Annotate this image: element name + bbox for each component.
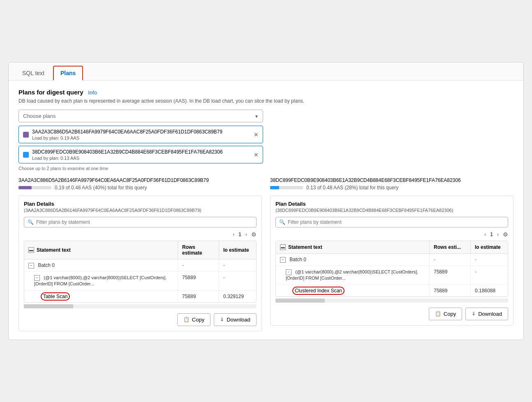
table-1: ▬ Statement text Rows estimate Io estima…: [24, 241, 257, 303]
tab-sql-text[interactable]: SQL text: [15, 66, 51, 80]
td-statement: − Batch 0: [276, 254, 430, 266]
plan-aas-row-1: 0.19 of 0.48 AAS (40%) total for this qu…: [19, 185, 262, 191]
page-prev-2[interactable]: ‹: [483, 231, 488, 238]
choose-plans-dropdown[interactable]: Choose plans: [19, 110, 263, 122]
page-prev-1[interactable]: ‹: [231, 231, 236, 238]
filter-input-1[interactable]: [36, 219, 253, 225]
plan-color-block-2: [23, 152, 29, 158]
th-io-1: Io estimate: [219, 241, 256, 259]
copy-button-1[interactable]: 📋 Copy: [177, 313, 210, 326]
download-icon-2: ⇓: [472, 311, 476, 317]
table-row: − Batch 0 - -: [24, 260, 256, 272]
page-num-1: 1: [238, 232, 241, 237]
settings-icon-1[interactable]: ⚙: [251, 231, 257, 238]
th-statement-1: ▬ Statement text: [24, 241, 178, 259]
search-icon-2: 🔍: [279, 219, 285, 225]
choose-plans-placeholder: Choose plans: [23, 113, 56, 119]
filter-input-2[interactable]: [288, 219, 504, 225]
table-row: − (@1 varchar(8000),@2 varchar(8000))SEL…: [276, 266, 508, 285]
collapse-icon[interactable]: −: [280, 257, 286, 263]
plan-load-2: Load by plan: 0.13 AAS: [32, 156, 223, 161]
plan-details-box-1: Plan Details (3AA2A3C886D5A2B6146FA9979F…: [19, 195, 262, 331]
plan-details-title-2: Plan Details: [275, 201, 508, 207]
plan-hash-1: 3AA2A3C886D5A2B6146FA9979F64C0EA6AAC8F25…: [19, 177, 262, 183]
td-statement: Table Scan: [24, 291, 178, 302]
pagination-row-1: ‹ 1 › ⚙: [24, 231, 257, 238]
collapse-icon[interactable]: −: [28, 263, 34, 269]
collapse-header-icon-2: ▬: [280, 244, 286, 250]
plan-tag-2: 38DC899FEDC0B9E908403B6E1A32B9CD4B884E68…: [19, 146, 263, 163]
search-icon-1: 🔍: [28, 219, 34, 225]
th-statement-2: ▬ Statement text: [276, 241, 430, 253]
td-rows: 75889: [178, 291, 219, 302]
td-rows: -: [178, 260, 219, 271]
td-statement: Clustered Index Scan: [276, 285, 430, 296]
action-buttons-2: 📋 Copy ⇓ Download: [275, 308, 508, 320]
table-scan-label: Table Scan: [41, 292, 70, 301]
table-row: − (@1 varchar(8000),@2 varchar(8000))SEL…: [24, 272, 256, 291]
scrollbar-2[interactable]: [275, 299, 508, 303]
plan-column-1: 3AA2A3C886D5A2B6146FA9979F64C0EA6AAC8F25…: [19, 177, 262, 331]
page-num-2: 1: [490, 232, 493, 237]
aas-bar-bg-2: [270, 186, 303, 189]
td-io: -: [471, 254, 508, 266]
td-rows: -: [430, 254, 471, 266]
settings-icon-2[interactable]: ⚙: [503, 231, 508, 238]
td-io: -: [219, 272, 256, 290]
info-link[interactable]: Info: [88, 90, 97, 96]
collapse-header-icon-1: ▬: [28, 247, 34, 253]
main-content: Plans for digest query Info DB load caus…: [9, 80, 523, 340]
plan-details-title-1: Plan Details: [24, 201, 257, 207]
collapse-icon[interactable]: −: [34, 275, 40, 281]
plan-tag-1: 3AA2A3C886D5A2B6146FA9979F64C0EA6AAC8F25…: [19, 126, 263, 143]
plan-close-icon-2[interactable]: ✕: [254, 152, 259, 158]
table-2: ▬ Statement text Rows esti... Io estimat…: [275, 241, 508, 297]
page-next-1[interactable]: ›: [244, 231, 249, 238]
copy-icon-1: 📋: [183, 317, 190, 322]
aas-bar-bg-1: [19, 186, 51, 189]
plans-columns: 3AA2A3C886D5A2B6146FA9979F64C0EA6AAC8F25…: [19, 177, 513, 331]
section-header: Plans for digest query Info DB load caus…: [19, 89, 513, 105]
filter-input-row-2[interactable]: 🔍: [275, 217, 508, 227]
page-next-2[interactable]: ›: [495, 231, 500, 238]
td-io: 0.329129: [219, 291, 256, 302]
td-rows: 75889: [430, 285, 471, 296]
td-io: -: [471, 266, 508, 285]
plan-id-1: 3AA2A3C886D5A2B6146FA9979F64C0EA6AAC8F25…: [32, 129, 222, 135]
copy-button-2[interactable]: 📋 Copy: [429, 308, 462, 320]
plan-color-block-1: [23, 132, 29, 138]
collapse-icon[interactable]: −: [286, 269, 291, 275]
download-button-1[interactable]: ⇓ Download: [214, 313, 257, 326]
tab-plans[interactable]: Plans: [53, 66, 83, 80]
td-statement: − (@1 varchar(8000),@2 varchar(8000))SEL…: [276, 266, 430, 285]
table-row: Clustered Index Scan 75889 0.186088: [276, 285, 508, 296]
choose-hint: Choose up to 2 plans to examine at one t…: [19, 166, 513, 171]
plan-id-2: 38DC899FEDC0B9E908403B6E1A32B9CD4B884E68…: [32, 149, 223, 155]
scrollbar-thumb-2: [275, 299, 325, 303]
chevron-down-icon: [254, 113, 259, 119]
download-button-2[interactable]: ⇓ Download: [465, 308, 508, 320]
th-rows-2: Rows esti...: [430, 241, 471, 253]
section-description: DB load caused by each plan is represent…: [19, 97, 513, 105]
clustered-index-scan-label: Clustered Index Scan: [292, 287, 345, 295]
table-header-2: ▬ Statement text Rows esti... Io estimat…: [276, 241, 508, 254]
scrollbar-thumb-1: [24, 304, 73, 308]
aas-bar-fill-2: [270, 186, 279, 189]
plan-details-box-2: Plan Details (38DC899FEDC0B9E908403B6E1A…: [270, 195, 513, 326]
table-row: Table Scan 75889 0.329129: [24, 291, 256, 302]
tab-bar: SQL text Plans: [9, 62, 523, 80]
filter-input-row-1[interactable]: 🔍: [24, 217, 257, 227]
scrollbar-1[interactable]: [24, 304, 257, 308]
plan-close-icon-1[interactable]: ✕: [254, 131, 259, 138]
table-header-1: ▬ Statement text Rows estimate Io estima…: [24, 241, 256, 260]
pagination-row-2: ‹ 1 › ⚙: [275, 231, 508, 238]
td-rows: 75889: [178, 272, 219, 290]
plan-hash-2: 38DC899FEDC0B9E908403B6E1A32B9CD4B884E68…: [270, 177, 513, 183]
plan-details-hash-2: (38DC899FEDC0B9E908403B6E1A32B9CD4B884E6…: [275, 208, 508, 213]
td-statement: − Batch 0: [24, 260, 178, 271]
download-icon-1: ⇓: [220, 317, 224, 322]
plan-details-hash-1: (3AA2A3C886D5A2B6146FA9979F64C0EA6AAC8F2…: [24, 208, 257, 213]
aas-text-1: 0.19 of 0.48 AAS (40%) total for this qu…: [55, 185, 147, 191]
th-io-2: Io estimate: [471, 241, 508, 253]
table-row: − Batch 0 - -: [276, 254, 508, 266]
